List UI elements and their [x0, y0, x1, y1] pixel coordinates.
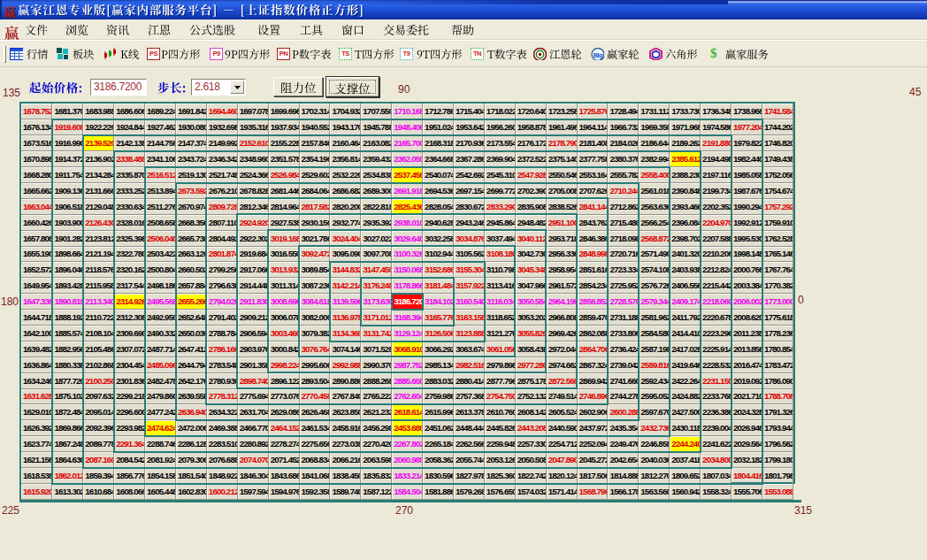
svg-text:Big: Big: [594, 51, 604, 59]
